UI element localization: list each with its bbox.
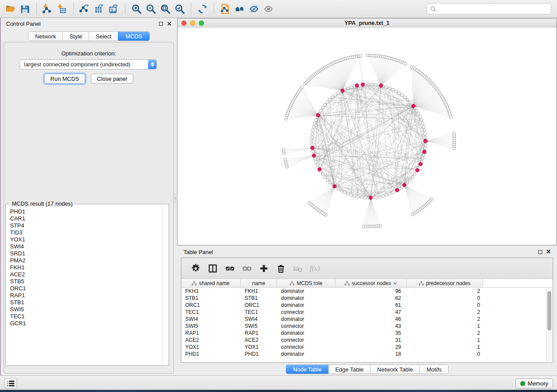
- network-graph[interactable]: [178, 28, 556, 245]
- mcds-result-list[interactable]: PHD1CAR1STP4TID3YOX1SWI4SRD1PMA2FKH1ACE2…: [6, 205, 162, 365]
- tab-mcds[interactable]: MCDS: [118, 31, 149, 41]
- toolbar-save-session-button[interactable]: [18, 2, 32, 15]
- table-toolbar-column-panel-button[interactable]: [204, 261, 221, 276]
- mcds-result-item[interactable]: SWI5: [10, 306, 162, 313]
- column-header-predecessor-nodes[interactable]: predecessor nodes: [407, 279, 483, 287]
- table-row[interactable]: PHD1PHD1dominator180: [181, 351, 553, 358]
- table-row[interactable]: STB1STB1dominator620: [181, 295, 553, 302]
- run-mcds-button[interactable]: Run MCDS: [44, 74, 85, 84]
- control-panel-title: Control Panel: [6, 21, 41, 27]
- mcds-result-item[interactable]: PHD1: [10, 208, 162, 215]
- toolbar-export-network-button[interactable]: [78, 2, 92, 15]
- table-cell: 96: [336, 288, 407, 295]
- mcds-result-groupbox: MCDS result (17 nodes) PHD1CAR1STP4TID3Y…: [5, 204, 169, 366]
- mcds-result-item[interactable]: RAP1: [10, 292, 162, 299]
- mcds-result-item[interactable]: STB5: [10, 278, 162, 285]
- toolbar-hide-selected-button[interactable]: [247, 2, 261, 15]
- close-table-panel-icon[interactable]: ✕: [546, 250, 551, 254]
- network-canvas[interactable]: [178, 28, 556, 245]
- float-panel-icon[interactable]: [159, 22, 163, 26]
- toolbar-first-neighbors-button[interactable]: [232, 2, 247, 15]
- table-cell: 0: [407, 295, 483, 302]
- toolbar-zoom-out-button[interactable]: [144, 2, 158, 15]
- toolbar-zoom-selected-button[interactable]: [173, 2, 187, 15]
- toolbar-separator: [214, 3, 214, 14]
- table-toolbar-delete-column-button[interactable]: [273, 261, 289, 276]
- splitter-grip[interactable]: [173, 194, 178, 203]
- table-toolbar-select-all-button[interactable]: [221, 261, 238, 276]
- mcds-result-item[interactable]: STP4: [10, 222, 162, 229]
- zoom-window-light[interactable]: [199, 21, 204, 26]
- toolbar-import-network-button[interactable]: [41, 2, 55, 15]
- table-row[interactable]: FKH1FKH1dominator962: [181, 288, 553, 295]
- table-row[interactable]: SWI4SWI4dominator462: [181, 316, 553, 323]
- network-window-titlebar[interactable]: YPA_prune.txt_1: [178, 19, 556, 28]
- mcds-result-item[interactable]: GCR1: [10, 320, 162, 327]
- table-cell: 46: [336, 316, 407, 323]
- mcds-result-item[interactable]: SWI4: [10, 243, 162, 250]
- table-cell: TEC1: [181, 309, 241, 316]
- column-header-successor-nodes[interactable]: successor nodes: [336, 279, 407, 287]
- mcds-result-item[interactable]: SRD1: [10, 250, 162, 257]
- column-header-shared-name[interactable]: shared name: [181, 279, 241, 287]
- column-header-MCDS-role[interactable]: MCDS role: [277, 279, 336, 287]
- table-cell: connector: [277, 344, 336, 351]
- mcds-result-item[interactable]: TID3: [10, 229, 162, 236]
- toolbar-export-table-button[interactable]: [92, 2, 107, 15]
- mcds-result-item[interactable]: FKH1: [10, 264, 162, 271]
- toolbar-apply-layout-button[interactable]: [195, 2, 210, 15]
- toolbar-show-all-button[interactable]: [261, 2, 276, 15]
- table-toolbar-deselect-all-button[interactable]: [239, 261, 255, 276]
- table-row[interactable]: TEC1TEC1connector472: [181, 309, 553, 316]
- table-row[interactable]: SWI5SWI5connector431: [181, 323, 553, 330]
- table-toolbar-delete-table-button: [290, 261, 306, 276]
- mcds-list-scrollbar[interactable]: [162, 205, 168, 365]
- table-toolbar-table-settings-button[interactable]: [187, 261, 204, 276]
- close-window-light[interactable]: [181, 21, 187, 26]
- minimize-window-light[interactable]: [190, 21, 195, 26]
- search-box[interactable]: [426, 3, 551, 14]
- tab-select[interactable]: Select: [89, 32, 118, 41]
- column-header-name[interactable]: name: [241, 279, 277, 287]
- tab-style[interactable]: Style: [63, 32, 89, 41]
- table-tab-node-table[interactable]: Node Table: [286, 364, 329, 374]
- table-settings-icon: [190, 263, 201, 274]
- mcds-result-item[interactable]: STB1: [10, 299, 162, 306]
- table-cell: FKH1: [241, 288, 277, 295]
- close-panel-icon[interactable]: ✕: [167, 22, 172, 26]
- toolbar-export-image-button[interactable]: [107, 2, 121, 15]
- toolbar-zoom-fit-button[interactable]: [158, 2, 173, 15]
- mcds-result-item[interactable]: PMA2: [10, 257, 162, 264]
- mcds-result-item[interactable]: ACE2: [10, 271, 162, 278]
- table-row[interactable]: ORC1ORC1dominator610: [181, 302, 553, 309]
- table-scrollbar-thumb[interactable]: [547, 291, 551, 330]
- table-tab-motifs[interactable]: Motifs: [420, 365, 448, 374]
- toolbar-network-from-selection-button[interactable]: [218, 2, 232, 15]
- table-row[interactable]: YOX1YOX1connector291: [181, 344, 553, 351]
- table-cell: 2: [407, 288, 483, 295]
- table-tab-edge-table[interactable]: Edge Table: [329, 365, 370, 374]
- table-toolbar-add-column-button[interactable]: [256, 261, 272, 276]
- table-row[interactable]: RAP1RAP1dominator352: [181, 330, 553, 337]
- memory-button[interactable]: Memory: [515, 378, 553, 389]
- close-panel-button[interactable]: Close panel: [91, 74, 133, 84]
- mcds-result-item[interactable]: ORC1: [10, 285, 162, 292]
- task-history-button[interactable]: [4, 378, 17, 389]
- optimization-criterion-dropdown[interactable]: largest connected component (undirected): [20, 59, 157, 69]
- table-tab-network-table[interactable]: Network Table: [370, 365, 420, 374]
- float-table-panel-icon[interactable]: [538, 250, 542, 254]
- toolbar-open-file-button[interactable]: [3, 2, 18, 15]
- first-neighbors-icon: [234, 3, 245, 14]
- toolbar-zoom-in-button[interactable]: [129, 2, 144, 15]
- table-header-row: shared namenameMCDS rolesuccessor nodesp…: [181, 279, 553, 288]
- tab-network[interactable]: Network: [28, 32, 63, 41]
- toolbar-separator: [191, 3, 191, 14]
- table-row[interactable]: ACE2ACE2connector311: [181, 337, 553, 344]
- table-cell: 2: [407, 309, 483, 316]
- toolbar-import-table-button[interactable]: [55, 2, 69, 15]
- mcds-result-item[interactable]: CAR1: [10, 215, 162, 222]
- table-scrollbar[interactable]: [546, 288, 552, 362]
- mcds-result-item[interactable]: YOX1: [10, 236, 162, 243]
- mcds-result-item[interactable]: TEC1: [10, 313, 162, 320]
- search-input[interactable]: [439, 6, 547, 12]
